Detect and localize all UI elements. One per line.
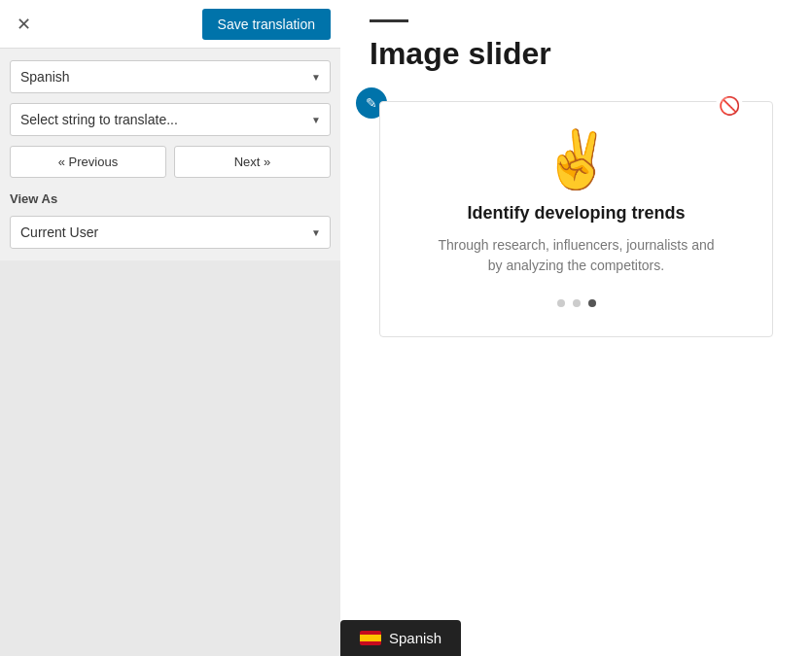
dot-1[interactable] <box>557 299 565 307</box>
delete-slide-button[interactable]: 🚫 <box>716 92 743 120</box>
slide-dots <box>400 299 753 307</box>
language-badge[interactable]: Spanish <box>340 620 461 656</box>
right-panel: Image slider ✎ 🚫 ✌️ Identify developing … <box>340 0 812 656</box>
left-panel: ✕ Save translation Spanish Select string… <box>0 0 340 656</box>
language-select[interactable]: Spanish <box>10 60 331 93</box>
dot-3[interactable] <box>588 299 596 307</box>
language-select-wrapper: Spanish <box>10 60 331 93</box>
slide-title: Identify developing trends <box>400 203 753 224</box>
slide-icon: ✌️ <box>400 131 753 188</box>
next-button[interactable]: Next » <box>174 146 331 178</box>
previous-button[interactable]: « Previous <box>10 146 166 178</box>
page-title: Image slider <box>370 36 783 72</box>
dot-2[interactable] <box>573 299 581 307</box>
save-translation-button[interactable]: Save translation <box>202 9 331 40</box>
nav-buttons: « Previous Next » <box>10 146 331 178</box>
pencil-icon: ✎ <box>366 95 377 111</box>
section-divider <box>370 19 408 22</box>
slider-container: 🚫 ✌️ Identify developing trends Through … <box>379 101 773 337</box>
spanish-flag-icon <box>360 631 381 645</box>
top-bar: ✕ Save translation <box>0 0 340 49</box>
string-select[interactable]: Select string to translate... <box>10 103 331 136</box>
slide-description: Through research, influencers, journalis… <box>431 235 723 276</box>
slider-wrapper: ✎ 🚫 ✌️ Identify developing trends Throug… <box>370 101 783 337</box>
string-select-wrapper: Select string to translate... <box>10 103 331 136</box>
view-as-label: View As <box>10 191 331 206</box>
controls-area: Spanish Select string to translate... « … <box>0 49 340 260</box>
view-as-select-wrapper: Current User <box>10 216 331 249</box>
view-as-select[interactable]: Current User <box>10 216 331 249</box>
close-button[interactable]: ✕ <box>10 11 37 38</box>
no-icon: 🚫 <box>719 95 740 117</box>
left-gray-area <box>0 260 340 656</box>
language-badge-label: Spanish <box>389 630 441 646</box>
